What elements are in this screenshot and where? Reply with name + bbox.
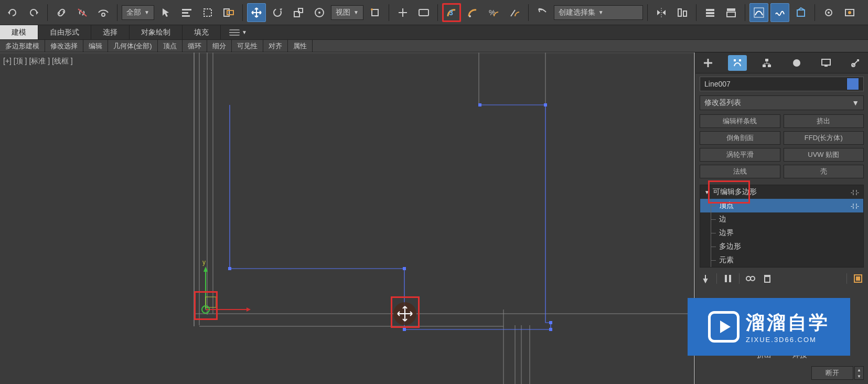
svg-text:3: 3 [449, 8, 453, 17]
btn-extrude[interactable]: 挤出 [757, 350, 771, 360]
svg-rect-76 [856, 276, 860, 281]
modifier-list-dropdown[interactable]: 修改器列表 ▼ [700, 95, 864, 110]
vertex-ticks-icon: -¦ ¦- [851, 189, 859, 195]
bind-spacewarp-button[interactable] [94, 3, 113, 22]
viewport-canvas: y [0, 52, 695, 384]
subtab-geometry-all[interactable]: 几何体(全部) [108, 40, 158, 52]
btn-weld[interactable]: 焊接 [792, 350, 807, 360]
configure-mod-icon[interactable] [852, 273, 864, 284]
chevron-down-icon: ▼ [598, 9, 604, 15]
subtab-loop[interactable]: 循环 [183, 40, 207, 52]
angle-snap-button[interactable]: 3 [442, 3, 461, 22]
angle-snap2-button[interactable] [463, 3, 482, 22]
mod-shell[interactable]: 壳 [784, 165, 864, 178]
percent-snap-button[interactable]: % [484, 3, 503, 22]
redo-button[interactable] [24, 3, 43, 22]
mod-ffd-box[interactable]: FFD(长方体) [784, 131, 864, 145]
tab-selection[interactable]: 选择 [91, 25, 130, 39]
svg-rect-20 [706, 9, 714, 11]
ref-coord-dropdown[interactable]: 视图 ▼ [331, 5, 363, 20]
tab-display[interactable] [817, 55, 835, 71]
subtab-edit[interactable]: 编辑 [83, 40, 108, 52]
subtab-properties[interactable]: 属性 [288, 40, 313, 52]
subtab-modify-sel[interactable]: 修改选择 [45, 40, 83, 52]
mod-edit-spline[interactable]: 编辑样条线 [700, 114, 780, 128]
stack-element[interactable]: 元素 [700, 253, 863, 267]
tab-freeform[interactable]: 自由形式 [38, 25, 91, 39]
chevron-down-icon: ▼ [353, 9, 359, 15]
tab-fill[interactable]: 填充 [183, 25, 221, 39]
svg-rect-64 [768, 65, 771, 67]
tab-modify[interactable] [728, 55, 747, 71]
mirror-button[interactable] [652, 3, 671, 22]
named-sel-dropdown[interactable]: 创建选择集 ▼ [554, 5, 643, 20]
mod-extrude[interactable]: 挤出 [784, 114, 864, 128]
subtab-poly[interactable]: 多边形建模 [0, 40, 45, 52]
chevron-down-icon: ▼ [852, 99, 859, 107]
schematic-view-button[interactable] [770, 3, 789, 22]
toggle-ribbon-button[interactable] [722, 3, 741, 22]
stack-polygon[interactable]: 多边形 [700, 240, 863, 253]
stack-vertex[interactable]: 顶点-¦ ¦- [700, 199, 863, 212]
pin-stack-icon[interactable] [700, 273, 711, 284]
subtab-visibility[interactable]: 可见性 [232, 40, 263, 52]
spinner-snap-button[interactable] [505, 3, 524, 22]
selection-filter-dropdown[interactable]: 全部 ▼ [122, 5, 154, 20]
render-setup-button[interactable] [819, 3, 838, 22]
tab-object-paint[interactable]: 对象绘制 [130, 25, 183, 39]
link-button[interactable] [52, 3, 71, 22]
svg-point-13 [371, 8, 373, 10]
mod-normal[interactable]: 法线 [700, 165, 780, 178]
viewport[interactable]: [+] [顶 ] [标准 ] [线框 ] y [0, 52, 695, 384]
btn-break[interactable]: 断开 [811, 366, 853, 380]
spinner[interactable]: ▲ ▼ [854, 366, 864, 380]
window-crossing-button[interactable] [219, 3, 238, 22]
select-object-button[interactable] [156, 3, 175, 22]
align-button[interactable] [673, 3, 692, 22]
tab-create[interactable] [699, 55, 717, 71]
subtab-align[interactable]: 对齐 [263, 40, 288, 52]
curve-editor-button[interactable] [749, 3, 768, 22]
tab-modeling[interactable]: 建模 [0, 25, 38, 39]
remove-mod-icon[interactable] [762, 273, 773, 284]
move-button[interactable] [247, 3, 266, 22]
use-pivot-button[interactable] [366, 3, 384, 22]
mod-turbosmooth[interactable]: 涡轮平滑 [700, 148, 780, 162]
stack-edge[interactable]: 边 [700, 212, 863, 226]
stack-border[interactable]: 边界 [700, 226, 863, 240]
rect-region-button[interactable] [198, 3, 217, 22]
layer-explorer-button[interactable] [701, 3, 720, 22]
keyboard-shortcut-button[interactable] [414, 3, 433, 22]
rotate-button[interactable] [268, 3, 287, 22]
manipulate-button[interactable] [393, 3, 412, 22]
stack-header[interactable]: ▼ 可编辑多边形 -¦ ¦- [700, 185, 863, 199]
svg-rect-69 [725, 275, 727, 282]
undo-button[interactable] [3, 3, 22, 22]
tab-motion[interactable] [787, 55, 806, 71]
render-frame-button[interactable] [840, 3, 859, 22]
make-unique-icon[interactable] [745, 273, 756, 284]
material-editor-button[interactable] [791, 3, 810, 22]
svg-rect-3 [182, 15, 190, 17]
show-end-result-icon[interactable] [722, 273, 734, 284]
svg-rect-23 [727, 8, 735, 11]
unlink-button[interactable] [73, 3, 92, 22]
object-name-field[interactable]: Line007 [700, 77, 864, 91]
object-color-swatch[interactable] [846, 78, 859, 90]
mod-uvw-map[interactable]: UVW 贴图 [784, 148, 864, 162]
tab-hierarchy[interactable] [757, 55, 776, 71]
mod-bevel-profile[interactable]: 倒角剖面 [700, 131, 780, 145]
placement-button[interactable] [310, 3, 329, 22]
svg-rect-70 [729, 275, 731, 282]
subtab-subdivide[interactable]: 细分 [207, 40, 232, 52]
chevron-down-icon: ▼ [242, 29, 247, 35]
ribbon-menu[interactable]: ▼ [221, 25, 255, 39]
select-by-name-button[interactable] [177, 3, 196, 22]
modifier-stack[interactable]: ▼ 可编辑多边形 -¦ ¦- 顶点-¦ ¦- 边 边界 多边形 元素 [700, 185, 864, 268]
scale-button[interactable] [289, 3, 308, 22]
svg-rect-18 [678, 9, 681, 16]
edit-named-sel-button[interactable] [533, 3, 552, 22]
svg-rect-4 [204, 9, 211, 16]
tab-utilities[interactable] [846, 55, 865, 71]
subtab-vertex[interactable]: 顶点 [158, 40, 183, 52]
